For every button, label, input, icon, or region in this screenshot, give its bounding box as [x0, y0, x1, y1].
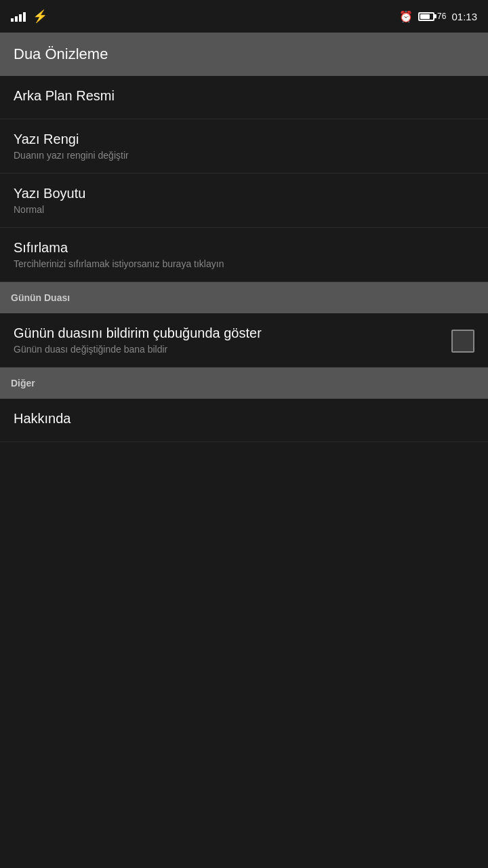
battery-fill [420, 14, 430, 19]
status-bar-right: ⏰ 76 01:13 [399, 10, 477, 23]
hakkinda-title: Hakkında [14, 411, 474, 427]
status-bar: ⚡ ⏰ 76 01:13 [0, 0, 488, 33]
yazi-rengi-title: Yazı Rengi [14, 132, 474, 147]
gunun-duasi-bildirim-item[interactable]: Günün duasını bildirim çubuğunda göster … [0, 313, 488, 368]
status-time: 01:13 [451, 11, 477, 22]
gunun-duasi-section-header: Günün Duası [0, 282, 488, 313]
sifirlama-item[interactable]: Sıfırlama Tercihlerinizi sıfırlamak isti… [0, 228, 488, 282]
diger-section-header: Diğer [0, 368, 488, 399]
arka-plan-resmi-content: Arka Plan Resmi [14, 88, 474, 106]
gunun-duasi-bildirim-content: Günün duasını bildirim çubuğunda göster … [14, 326, 451, 355]
yazi-rengi-subtitle: Duanın yazı rengini değiştir [14, 150, 474, 161]
arka-plan-resmi-title: Arka Plan Resmi [14, 88, 474, 104]
arka-plan-resmi-item[interactable]: Arka Plan Resmi [0, 76, 488, 119]
checkbox-wrapper [451, 330, 474, 353]
signal-icon [11, 11, 26, 22]
sifirlama-subtitle: Tercihlerinizi sıfırlamak istiyorsanız b… [14, 258, 474, 269]
battery-indicator: 76 [418, 12, 446, 21]
diger-section-label: Diğer [11, 378, 35, 389]
yazi-rengi-item[interactable]: Yazı Rengi Duanın yazı rengini değiştir [0, 119, 488, 174]
gunun-duasi-checkbox[interactable] [451, 330, 474, 353]
gunun-duasi-bildirim-title: Günün duasını bildirim çubuğunda göster [14, 326, 451, 341]
alarm-icon: ⏰ [399, 10, 413, 23]
sifirlama-content: Sıfırlama Tercihlerinizi sıfırlamak isti… [14, 240, 474, 269]
yazi-boyutu-subtitle: Normal [14, 204, 474, 215]
app-bar: Dua Önizleme [0, 33, 488, 76]
app-bar-title: Dua Önizleme [14, 45, 108, 63]
bottom-area [0, 442, 488, 713]
yazi-boyutu-title: Yazı Boyutu [14, 186, 474, 201]
hakkinda-item[interactable]: Hakkında [0, 399, 488, 442]
gunun-duasi-section-label: Günün Duası [11, 292, 70, 303]
battery-icon [418, 12, 434, 21]
gunun-duasi-bildirim-subtitle: Günün duası değiştiğinde bana bildir [14, 344, 451, 355]
yazi-boyutu-content: Yazı Boyutu Normal [14, 186, 474, 215]
hakkinda-content: Hakkında [14, 411, 474, 429]
battery-text: 76 [437, 12, 446, 21]
yazi-boyutu-item[interactable]: Yazı Boyutu Normal [0, 174, 488, 228]
status-bar-left: ⚡ [11, 9, 47, 24]
usb-icon: ⚡ [33, 9, 47, 24]
yazi-rengi-content: Yazı Rengi Duanın yazı rengini değiştir [14, 132, 474, 161]
sifirlama-title: Sıfırlama [14, 240, 474, 256]
